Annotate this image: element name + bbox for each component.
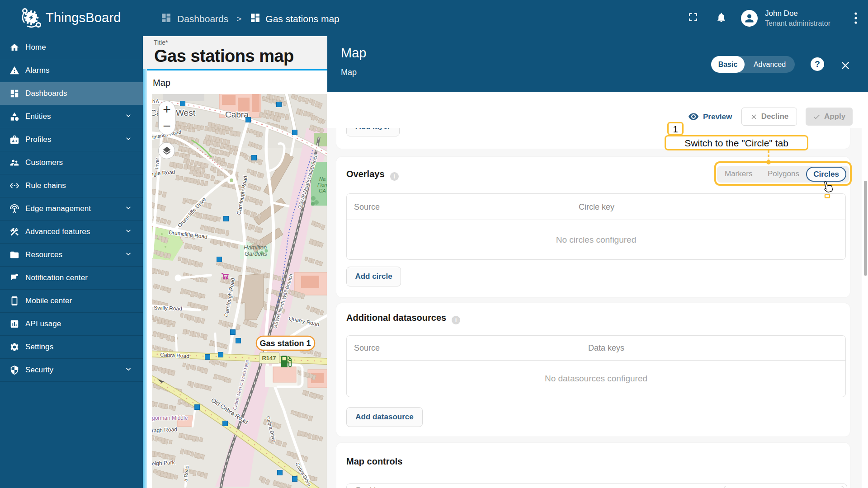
svg-text:h A: h A bbox=[152, 99, 159, 104]
svg-text:Gardens: Gardens bbox=[245, 250, 267, 257]
svg-text:Cabra: Cabra bbox=[225, 110, 249, 119]
svg-text:GA: GA bbox=[319, 188, 326, 193]
svg-text:Fionn: Fionn bbox=[317, 182, 327, 188]
svg-text:Inver: Inver bbox=[154, 158, 160, 169]
svg-text:Gas station 1: Gas station 1 bbox=[259, 339, 311, 348]
svg-text:eigh Park: eigh Park bbox=[152, 459, 175, 467]
svg-text:Hamilton: Hamilton bbox=[244, 244, 267, 251]
svg-text:gorman Middle: gorman Middle bbox=[152, 415, 188, 421]
svg-text:Na: Na bbox=[319, 176, 326, 182]
svg-text:Swilly Road: Swilly Road bbox=[154, 305, 182, 312]
svg-text:ragh Road: ragh Road bbox=[152, 426, 177, 434]
svg-text:R147: R147 bbox=[262, 355, 276, 361]
